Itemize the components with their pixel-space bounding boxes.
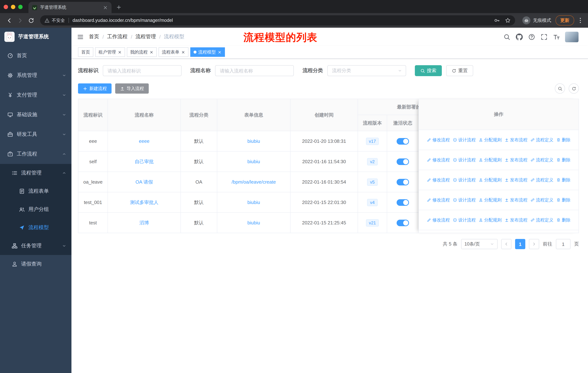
help-icon[interactable] xyxy=(528,33,535,40)
sidebar-item-process-management[interactable]: 流程管理 xyxy=(0,164,72,182)
sidebar-item-process-form[interactable]: 流程表单 xyxy=(0,182,72,200)
action-definition-link[interactable]: 流程定义 xyxy=(530,137,553,143)
active-status-toggle[interactable] xyxy=(397,158,409,165)
action-definition-link[interactable]: 流程定义 xyxy=(530,177,553,183)
action-publish-link[interactable]: 发布流程 xyxy=(504,217,527,223)
sidebar-item-user-group[interactable]: 用户分组 xyxy=(0,200,72,219)
action-design-link[interactable]: 设计流程 xyxy=(453,197,476,203)
version-badge[interactable]: v2 xyxy=(367,158,378,165)
app-logo[interactable]: 芋道管理系统 xyxy=(0,28,72,46)
breadcrumb-item[interactable]: 流程管理 xyxy=(136,33,156,40)
active-status-toggle[interactable] xyxy=(397,179,409,185)
form-info-link[interactable]: /bpm/oa/leave/create xyxy=(232,179,276,185)
sidebar-item-payment[interactable]: 支付管理 xyxy=(0,85,72,105)
process-name-link[interactable]: OA 请假 xyxy=(136,179,153,184)
action-design-link[interactable]: 设计流程 xyxy=(453,137,476,143)
action-publish-link[interactable]: 发布流程 xyxy=(504,197,527,203)
process-name-link[interactable]: 自己审批 xyxy=(135,159,154,164)
menu-dots-icon[interactable] xyxy=(577,17,584,24)
back-button[interactable] xyxy=(4,16,14,25)
import-process-button[interactable]: 导入流程 xyxy=(115,83,149,94)
form-info-link[interactable]: biubiu xyxy=(247,200,260,205)
close-window-button[interactable] xyxy=(4,5,8,9)
action-assign-link[interactable]: 分配规则 xyxy=(479,217,502,223)
page-size-select[interactable]: 10条/页 xyxy=(461,239,498,249)
sidebar-item-leave-query[interactable]: 请假查询 xyxy=(0,255,72,273)
form-info-link[interactable]: biubiu xyxy=(247,159,260,164)
new-tab-button[interactable] xyxy=(116,4,122,10)
address-bar[interactable]: 不安全 dashboard.yudao.iocoder.cn/bpm/manag… xyxy=(40,15,515,26)
goto-page-input[interactable] xyxy=(556,239,570,249)
action-definition-link[interactable]: 流程定义 xyxy=(530,197,553,203)
tags-view-tab[interactable]: 流程表单 xyxy=(158,47,189,57)
action-design-link[interactable]: 设计流程 xyxy=(453,157,476,163)
reset-button[interactable]: 重置 xyxy=(446,65,473,76)
form-info-link[interactable]: biubiu xyxy=(247,220,260,225)
action-edit-link[interactable]: 修改流程 xyxy=(427,137,450,143)
version-badge[interactable]: v5 xyxy=(367,178,378,186)
tags-view-tab[interactable]: 我的流程 xyxy=(127,47,157,57)
search-button[interactable]: 搜索 xyxy=(415,65,442,76)
action-publish-link[interactable]: 发布流程 xyxy=(504,137,527,143)
sidebar-item-home[interactable]: 首页 xyxy=(0,46,72,66)
form-info-link[interactable]: biubiu xyxy=(247,138,260,144)
close-icon[interactable] xyxy=(181,50,185,54)
search-icon[interactable] xyxy=(504,33,510,40)
close-icon[interactable] xyxy=(218,50,222,54)
process-key-input[interactable] xyxy=(103,65,181,76)
process-name-link[interactable]: 滔博 xyxy=(139,220,149,225)
action-definition-link[interactable]: 流程定义 xyxy=(530,217,553,223)
action-assign-link[interactable]: 分配规则 xyxy=(479,177,502,183)
next-page-button[interactable] xyxy=(529,239,539,249)
action-edit-link[interactable]: 修改流程 xyxy=(427,217,450,223)
action-delete-link[interactable]: 删除 xyxy=(556,217,570,223)
close-tab-icon[interactable] xyxy=(103,5,108,10)
minimize-window-button[interactable] xyxy=(11,5,15,9)
sidebar-item-process-model[interactable]: 流程模型 xyxy=(0,219,72,237)
browser-tab[interactable]: 芋道管理系统 xyxy=(28,2,112,13)
hamburger-icon[interactable] xyxy=(77,33,84,40)
action-edit-link[interactable]: 修改流程 xyxy=(427,197,450,203)
action-delete-link[interactable]: 删除 xyxy=(556,137,570,143)
action-publish-link[interactable]: 发布流程 xyxy=(504,157,527,163)
version-badge[interactable]: v17 xyxy=(366,138,379,145)
update-button[interactable]: 更新 xyxy=(556,15,574,26)
action-delete-link[interactable]: 删除 xyxy=(556,157,570,163)
sidebar-item-devtools[interactable]: 研发工具 xyxy=(0,125,72,144)
action-delete-link[interactable]: 删除 xyxy=(556,197,570,203)
version-badge[interactable]: v4 xyxy=(367,199,378,206)
breadcrumb-item[interactable]: 工作流程 xyxy=(107,33,128,40)
action-assign-link[interactable]: 分配规则 xyxy=(479,197,502,203)
action-edit-link[interactable]: 修改流程 xyxy=(427,157,450,163)
refresh-table-button[interactable] xyxy=(569,83,579,94)
action-assign-link[interactable]: 分配规则 xyxy=(479,137,502,143)
action-assign-link[interactable]: 分配规则 xyxy=(479,157,502,163)
github-icon[interactable] xyxy=(516,33,523,40)
version-badge[interactable]: v21 xyxy=(366,219,379,226)
user-avatar[interactable] xyxy=(565,31,578,42)
sidebar-item-task-management[interactable]: 任务管理 xyxy=(0,237,72,255)
fullscreen-icon[interactable] xyxy=(541,33,547,40)
bookmark-star-icon[interactable] xyxy=(505,18,511,23)
tags-view-tab[interactable]: 首页 xyxy=(78,47,93,57)
category-select[interactable]: 流程分类 xyxy=(327,65,406,76)
reload-button[interactable] xyxy=(26,16,36,25)
tags-view-tab[interactable]: 租户管理 xyxy=(95,47,125,57)
tags-view-tab[interactable]: 流程模型 xyxy=(190,47,225,57)
sidebar-item-workflow[interactable]: 工作流程 xyxy=(0,144,72,164)
action-edit-link[interactable]: 修改流程 xyxy=(427,177,450,183)
active-status-toggle[interactable] xyxy=(397,220,409,226)
sidebar-item-system[interactable]: 系统管理 xyxy=(0,66,72,85)
page-1-button[interactable]: 1 xyxy=(515,239,525,249)
process-name-link[interactable]: 测试多审批人 xyxy=(130,200,158,205)
security-label[interactable]: 不安全 xyxy=(52,17,65,23)
active-status-toggle[interactable] xyxy=(397,199,409,206)
create-process-button[interactable]: 新建流程 xyxy=(78,83,112,94)
active-status-toggle[interactable] xyxy=(397,138,409,144)
key-icon[interactable] xyxy=(494,18,500,23)
zoom-window-button[interactable] xyxy=(18,5,23,9)
action-publish-link[interactable]: 发布流程 xyxy=(504,177,527,183)
process-name-input[interactable] xyxy=(215,65,294,76)
breadcrumb-item[interactable]: 首页 xyxy=(89,33,99,40)
action-delete-link[interactable]: 删除 xyxy=(556,177,570,183)
